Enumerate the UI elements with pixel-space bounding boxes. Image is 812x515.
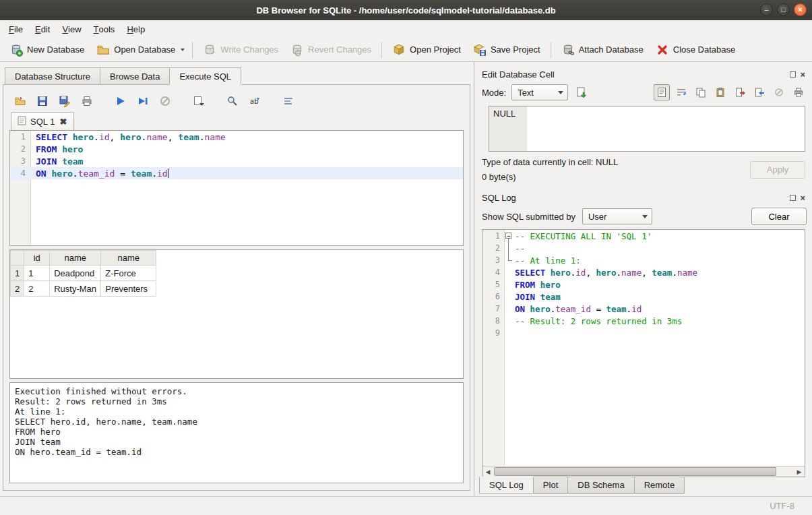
row-header[interactable]: 2 [11, 281, 24, 297]
output-line: JOIN team [15, 437, 458, 447]
close-database-button[interactable]: Close Database [650, 40, 741, 59]
menu-tools[interactable]: Tools [88, 20, 121, 38]
tab-plot[interactable]: Plot [533, 477, 568, 494]
sql-tab[interactable]: SQL 1 ✖ [11, 112, 74, 130]
import-text-button[interactable] [573, 84, 590, 100]
menu-edit[interactable]: Edit [29, 20, 56, 38]
text-mode-button[interactable] [654, 84, 670, 100]
execution-output[interactable]: Execution finished without errors.Result… [9, 382, 464, 483]
sql-editor-line[interactable]: 4ON hero.team_id = team.id [10, 167, 463, 179]
fold-marker [504, 254, 513, 266]
result-cell[interactable]: Rusty-Man [50, 281, 101, 297]
print-cell-button[interactable] [790, 84, 807, 100]
sql-editor-line[interactable]: 3JOIN team [10, 155, 463, 167]
sql-tab-bar: SQL 1 ✖ [9, 112, 464, 130]
save-sql-file-button[interactable] [34, 93, 51, 109]
find-button[interactable] [224, 93, 241, 109]
result-cell[interactable]: Z-Force [101, 266, 156, 281]
sql-log-view[interactable]: 1-- EXECUTING ALL IN 'SQL 1'2--3-- At li… [482, 230, 805, 466]
apply-button: Apply [750, 161, 805, 179]
open-project-button[interactable]: Open Project [387, 40, 466, 59]
save-project-button[interactable]: Save Project [468, 40, 546, 59]
scroll-right-icon[interactable]: ▶ [794, 466, 805, 477]
output-line: ON hero.team_id = team.id [15, 447, 458, 457]
sql-tab-close-icon[interactable]: ✖ [59, 117, 67, 126]
export-cell-button[interactable] [732, 84, 748, 100]
scroll-left-icon[interactable]: ◀ [482, 466, 493, 477]
sql-editor-line[interactable]: 2FROM hero [10, 143, 463, 155]
open-database-button[interactable]: Open Database [91, 40, 181, 59]
tab-database-structure[interactable]: Database Structure [5, 67, 100, 85]
edit-cell-title: Edit Database Cell [482, 69, 790, 80]
scrollbar-track[interactable] [493, 466, 794, 477]
format-sql-button[interactable] [280, 93, 296, 109]
fold-marker[interactable] [504, 230, 513, 242]
toolbar-separator [551, 42, 551, 58]
window-title: DB Browser for SQLite - /home/user/code/… [0, 5, 812, 16]
fold-column [504, 291, 513, 303]
attach-database-button[interactable]: Attach Database [556, 40, 649, 59]
main-toolbar: New Database Open Database Write Changes… [0, 38, 812, 62]
tab-execute-sql[interactable]: Execute SQL [169, 67, 241, 85]
main-tab-bar: Database Structure Browse Data Execute S… [3, 67, 470, 85]
tab-db-schema[interactable]: DB Schema [567, 477, 634, 494]
copy-cell-button[interactable] [693, 84, 709, 100]
fold-marker [504, 242, 513, 254]
encoding-indicator[interactable]: UTF-8 [770, 501, 794, 511]
sql-log-line: 4SELECT hero.id, hero.name, team.name [482, 266, 805, 278]
result-cell[interactable]: Deadpond [50, 266, 101, 281]
open-database-dropdown[interactable] [178, 46, 187, 54]
sql-log-dock-header: SQL Log × [479, 189, 807, 205]
dock-float-icon[interactable] [790, 71, 796, 78]
sql-log-filter-select[interactable]: User [582, 208, 652, 224]
tab-remote[interactable]: Remote [634, 477, 685, 494]
sql-editor[interactable]: 1SELECT hero.id, hero.name, team.name2FR… [9, 130, 464, 246]
menu-help[interactable]: Help [121, 20, 151, 38]
new-database-icon [9, 43, 23, 57]
cell-value-editor[interactable]: NULL [489, 106, 805, 152]
open-sql-file-button[interactable] [12, 93, 28, 109]
save-sql-file-as-button[interactable] [57, 93, 73, 109]
output-line: SELECT hero.id, hero.name, team.name [15, 417, 458, 427]
results-grid[interactable]: idnamename11DeadpondZ-Force22Rusty-ManPr… [9, 249, 464, 379]
mode-label: Mode: [482, 88, 506, 98]
open-database-label: Open Database [114, 44, 175, 55]
execute-all-button[interactable] [113, 93, 129, 109]
minimize-button[interactable]: – [760, 3, 773, 16]
scrollbar-handle[interactable] [494, 467, 776, 476]
row-header[interactable]: 1 [11, 266, 24, 281]
result-cell[interactable]: 1 [24, 266, 50, 281]
result-cell[interactable]: 2 [24, 281, 50, 297]
menu-view[interactable]: View [56, 20, 87, 38]
maximize-button[interactable]: □ [777, 3, 790, 16]
import-cell-button[interactable] [751, 84, 768, 100]
replace-button[interactable]: ab [247, 93, 263, 109]
tab-sql-log[interactable]: SQL Log [479, 477, 534, 494]
table-row[interactable]: 11DeadpondZ-Force [11, 266, 156, 281]
menu-file[interactable]: File [3, 20, 29, 38]
results-column-header[interactable]: name [50, 251, 101, 266]
new-database-button[interactable]: New Database [4, 40, 90, 59]
result-cell[interactable]: Preventers [101, 281, 156, 297]
horizontal-scrollbar[interactable]: ◀ ▶ [482, 466, 805, 477]
results-table: idnamename11DeadpondZ-Force22Rusty-ManPr… [10, 250, 156, 297]
dock-float-icon[interactable] [790, 195, 796, 201]
mode-select[interactable]: Text [511, 84, 568, 100]
sql-editor-line[interactable]: 1SELECT hero.id, hero.name, team.name [10, 131, 463, 143]
results-column-header[interactable]: id [24, 251, 50, 266]
close-button[interactable]: × [794, 3, 807, 16]
dock-close-icon[interactable]: × [800, 70, 805, 79]
open-project-icon [392, 43, 406, 57]
clear-log-button[interactable]: Clear [751, 208, 807, 225]
table-row[interactable]: 22Rusty-ManPreventers [11, 281, 156, 297]
sql-log-line: 1-- EXECUTING ALL IN 'SQL 1' [482, 230, 805, 242]
tab-browse-data[interactable]: Browse Data [100, 67, 170, 85]
dock-close-icon[interactable]: × [800, 193, 805, 202]
paste-cell-button[interactable] [712, 84, 728, 100]
word-wrap-button[interactable] [673, 84, 689, 100]
new-sql-tab-button[interactable] [191, 93, 207, 109]
print-sql-button[interactable] [79, 93, 95, 109]
execute-current-line-button[interactable] [135, 93, 151, 109]
results-column-header[interactable]: name [101, 251, 156, 266]
titlebar[interactable]: DB Browser for SQLite - /home/user/code/… [0, 0, 812, 20]
